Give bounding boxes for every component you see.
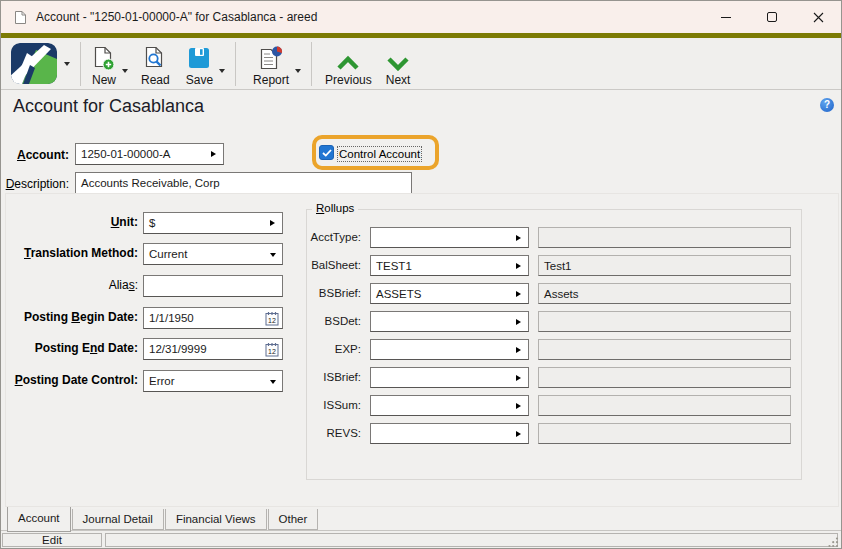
chevron-up-icon (336, 44, 360, 71)
help-icon[interactable]: ? (820, 98, 834, 112)
posting-begin-date-value: 1/1/1950 (144, 308, 282, 325)
maximize-button[interactable] (749, 1, 795, 33)
unit-field[interactable]: $ (143, 212, 283, 234)
save-icon (188, 44, 210, 71)
posting-date-control-value: Error (144, 371, 282, 388)
close-button[interactable] (795, 1, 841, 33)
lookup-arrow-icon[interactable] (516, 431, 521, 437)
posting-end-date-label: Posting End Date: (1, 341, 138, 355)
posting-date-control-select[interactable]: Error (143, 370, 283, 392)
posting-begin-date-label: Posting Begin Date: (1, 310, 138, 324)
lookup-arrow-icon[interactable] (516, 291, 521, 297)
toolbar-separator (80, 42, 81, 86)
account-field[interactable]: 1250-01-00000-A (75, 143, 224, 165)
minimize-icon (721, 17, 731, 18)
resize-grip[interactable] (827, 534, 839, 549)
rollup-revs-desc-field (538, 423, 791, 444)
rollup-label: BalSheet: (297, 255, 361, 276)
rollup-accttype-code-field[interactable] (370, 227, 529, 248)
calendar-icon[interactable]: 12 (265, 342, 279, 359)
report-button[interactable]: Report (248, 41, 294, 87)
status-message-cell (105, 533, 838, 547)
description-field[interactable]: Accounts Receivable, Corp (75, 172, 412, 194)
alias-label: Alias: (1, 278, 138, 292)
tab-account[interactable]: Account (7, 507, 71, 532)
report-dropdown-caret-icon[interactable] (295, 69, 301, 73)
translation-method-label: Translation Method: (1, 246, 138, 260)
description-value: Accounts Receivable, Corp (76, 173, 411, 190)
account-window: Account - "1250-01-00000-A" for Casablan… (0, 0, 842, 549)
minimize-button[interactable] (703, 1, 749, 33)
toolbar-separator (311, 42, 312, 86)
previous-button[interactable]: Previous (320, 41, 377, 87)
report-icon (260, 44, 283, 71)
alias-field[interactable] (143, 275, 283, 297)
rollup-bsbrief-code-field[interactable]: ASSETS (370, 283, 529, 304)
new-button-label: New (92, 73, 116, 87)
save-dropdown-caret-icon[interactable] (219, 69, 225, 73)
calendar-icon[interactable]: 12 (265, 311, 279, 328)
svg-text:12: 12 (268, 348, 276, 355)
rollup-exp-code-field[interactable] (370, 339, 529, 360)
tab-journal-detail[interactable]: Journal Detail (72, 509, 164, 530)
rollup-issum-code-field[interactable] (370, 395, 529, 416)
new-dropdown-caret-icon[interactable] (122, 69, 128, 73)
report-button-label: Report (253, 73, 289, 87)
rollup-revs-code-field[interactable] (370, 423, 529, 444)
check-icon (322, 149, 332, 157)
rollup-balsheet-code-field[interactable]: TEST1 (370, 255, 529, 276)
lookup-arrow-icon[interactable] (211, 151, 216, 157)
edit-mode-cell: Edit (2, 533, 102, 547)
maximize-icon (767, 12, 777, 22)
window-title: Account - "1250-01-00000-A" for Casablan… (36, 10, 317, 24)
read-icon (145, 44, 165, 71)
rollup-label: BSBrief: (297, 283, 361, 304)
document-icon (14, 10, 27, 25)
posting-end-date-value: 12/31/9999 (144, 339, 282, 356)
app-menu-caret-icon[interactable] (64, 62, 70, 66)
rollup-label: ISSum: (297, 395, 361, 416)
tab-bar: Account Journal Detail Financial Views O… (7, 507, 318, 532)
lookup-arrow-icon[interactable] (516, 375, 521, 381)
tab-financial-views[interactable]: Financial Views (165, 509, 267, 530)
toolbar: New Read Save (1, 38, 841, 90)
rollup-bsbrief-desc-field: Assets (538, 283, 791, 304)
dropdown-arrow-icon[interactable] (270, 253, 276, 257)
rollup-bsdet-code-field[interactable] (370, 311, 529, 332)
rollup-isbrief-code-field[interactable] (370, 367, 529, 388)
dropdown-arrow-icon[interactable] (270, 380, 276, 384)
lookup-arrow-icon[interactable] (270, 220, 275, 226)
alias-value (144, 276, 282, 279)
posting-date-control-label: Posting Date Control: (1, 373, 138, 387)
account-value: 1250-01-00000-A (76, 144, 223, 161)
save-button[interactable]: Save (181, 41, 218, 87)
translation-method-select[interactable]: Current (143, 243, 283, 265)
rollup-balsheet-desc-field: Test1 (538, 255, 791, 276)
read-button-label: Read (141, 73, 170, 87)
lookup-arrow-icon[interactable] (516, 235, 521, 241)
unit-value: $ (144, 213, 282, 230)
description-label: Description: (1, 177, 69, 191)
app-logo-button[interactable] (11, 43, 57, 84)
rollup-label: ISBrief: (297, 367, 361, 388)
next-button[interactable]: Next (381, 41, 416, 87)
rollup-bsdet-desc-field (538, 311, 791, 332)
rollups-title: Rollups (312, 202, 358, 214)
read-button[interactable]: Read (136, 41, 175, 87)
control-account-checkbox[interactable] (319, 145, 334, 160)
new-document-icon (94, 44, 115, 71)
rollup-isbrief-desc-field (538, 367, 791, 388)
control-account-label[interactable]: Control Account (337, 146, 422, 162)
rollup-label: AcctType: (297, 227, 361, 248)
posting-end-date-field[interactable]: 12/31/9999 12 (143, 338, 283, 360)
lookup-arrow-icon[interactable] (516, 263, 521, 269)
new-button[interactable]: New (87, 41, 121, 87)
tab-other[interactable]: Other (268, 509, 319, 530)
rollup-label: BSDet: (297, 311, 361, 332)
lookup-arrow-icon[interactable] (516, 403, 521, 409)
account-label: Account: (1, 148, 69, 162)
lookup-arrow-icon[interactable] (516, 319, 521, 325)
rollups-grid: AcctType: BalSheet: TEST1 Test1 BSBrief:… (297, 227, 791, 444)
lookup-arrow-icon[interactable] (516, 347, 521, 353)
posting-begin-date-field[interactable]: 1/1/1950 12 (143, 307, 283, 329)
